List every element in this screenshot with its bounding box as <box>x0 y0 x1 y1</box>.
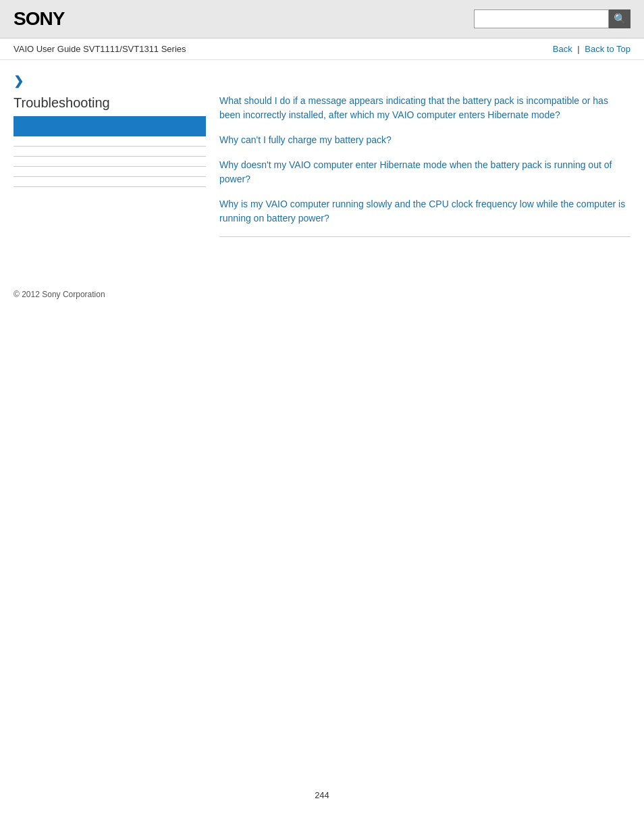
sidebar-divider-3 <box>14 166 206 167</box>
nav-bar: VAIO User Guide SVT1111/SVT1311 Series B… <box>0 38 644 60</box>
sidebar-active-item[interactable] <box>14 116 206 136</box>
page-number: 244 <box>0 777 644 814</box>
search-area: 🔍 <box>474 9 630 28</box>
sony-logo: SONY <box>14 8 64 30</box>
back-to-top-link[interactable]: Back to Top <box>585 44 630 54</box>
main-content: ❯ Troubleshooting What should I do if a … <box>0 60 644 261</box>
guide-title: VAIO User Guide SVT1111/SVT1311 Series <box>14 44 186 54</box>
footer: © 2012 Sony Corporation <box>0 275 644 313</box>
search-icon: 🔍 <box>614 13 626 25</box>
nav-links: Back | Back to Top <box>553 44 630 54</box>
content-link-4[interactable]: Why is my VAIO computer running slowly a… <box>219 197 630 226</box>
chevron-icon: ❯ <box>14 74 206 88</box>
sidebar-title: Troubleshooting <box>14 95 206 111</box>
content-divider <box>219 236 630 237</box>
sidebar: ❯ Troubleshooting <box>14 74 206 248</box>
nav-separator: | <box>577 44 579 54</box>
sidebar-divider-2 <box>14 156 206 157</box>
sidebar-divider-5 <box>14 186 206 187</box>
back-link[interactable]: Back <box>553 44 572 54</box>
content-link-1[interactable]: What should I do if a message appears in… <box>219 94 630 122</box>
sidebar-divider-1 <box>14 146 206 147</box>
content-link-2[interactable]: Why can't I fully charge my battery pack… <box>219 133 630 147</box>
copyright: © 2012 Sony Corporation <box>14 290 105 299</box>
search-input[interactable] <box>474 9 609 28</box>
content-link-3[interactable]: Why doesn't my VAIO computer enter Hiber… <box>219 158 630 186</box>
right-content: What should I do if a message appears in… <box>219 74 630 248</box>
sidebar-divider-4 <box>14 176 206 177</box>
header: SONY 🔍 <box>0 0 644 38</box>
search-button[interactable]: 🔍 <box>609 9 630 28</box>
